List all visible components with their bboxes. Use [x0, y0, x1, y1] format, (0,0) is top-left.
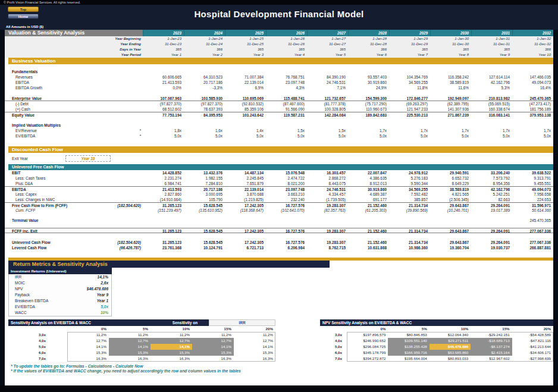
row-label: Levered Cash Flow: [5, 245, 101, 250]
sensitivity-metric-selector[interactable]: IRR: [209, 319, 275, 326]
metric-label: WACC: [9, 310, 73, 316]
cell: [348, 218, 389, 223]
row-label: Plus: D&A: [5, 181, 101, 186]
cell: $12.064.340: [430, 332, 471, 338]
cell: 4.689.387: [348, 192, 389, 197]
cell: $138.255.428: [388, 344, 429, 350]
cell: 0%: [347, 326, 388, 332]
cell: 116.358.242: [430, 74, 471, 80]
cell: 14.428.852: [143, 170, 184, 175]
row-revenues: Revenues 60.606.66564.310.52371.007.3847…: [5, 74, 553, 80]
cell: 19.030.737: [471, 245, 512, 250]
cell: 691.177: [348, 197, 389, 202]
section-header-row: Valuation & Sensitivity Analysis 2023202…: [5, 30, 553, 36]
row-label: Unlevered Cash Flow: [5, 240, 101, 245]
cell: 21.152.460: [348, 203, 389, 208]
cell: 3.663.210: [266, 192, 307, 197]
row-label: EV/EBITDA: [5, 133, 101, 139]
cell: 29.940.591: [430, 170, 471, 175]
cell: 1,7x: [471, 128, 512, 133]
cell: 271.867.239: [430, 112, 471, 117]
cell: 39.638.522: [512, 170, 553, 175]
cell: 192.949.097: [430, 96, 471, 101]
cell: 16,3%: [234, 356, 275, 362]
cell: 1,7x: [389, 128, 430, 133]
metric-label: NPV: [9, 286, 73, 292]
row-label: Days in Year: [5, 47, 143, 52]
cell: 19.017.389: [471, 208, 512, 213]
row-label: 6,0x: [8, 350, 67, 356]
cell: 31-Dec-23: [143, 42, 184, 47]
row-label: (+) Cash: [5, 106, 101, 112]
exit-year-row: Exit Year Year 10: [12, 155, 553, 162]
cell: 2.474.722: [266, 175, 307, 181]
row-fundamentals-title: Fundamentals: [5, 69, 553, 74]
cell: Year 1: [143, 52, 184, 58]
cell: -$8.137.274: [471, 344, 512, 350]
app-window: © Profit Vision Financial Services. All …: [0, 0, 558, 392]
cell: Year 3: [225, 52, 266, 58]
cell: 17.242.305: [225, 203, 266, 208]
exit-year-input[interactable]: Year 10: [65, 155, 111, 162]
cell: 316.083.141: [471, 112, 512, 117]
metric-irr: IRR 14,1%: [9, 274, 111, 280]
cell: 4.386.635: [348, 175, 389, 181]
cell: 11,6%: [430, 85, 471, 90]
cell: 29.643.867: [430, 228, 471, 233]
cell: 9.455.551: [512, 181, 553, 186]
metric-value: 2,6x: [73, 280, 111, 286]
row-multiples-title: Implied Valuation Multiples: [5, 123, 553, 128]
cell: 5%: [388, 326, 429, 332]
row-label: Year Beginning: [5, 36, 143, 42]
sens-left-column-headers: 0%5%10%15%20%: [8, 326, 275, 332]
cell: 42.162.796: [471, 187, 512, 192]
cell: (61.205.303): [348, 208, 389, 213]
cell: 60.606.665: [143, 74, 184, 80]
cell: (151.239.497): [143, 208, 184, 213]
cell: 19.283.307: [307, 240, 348, 245]
row-label: Terminal Value: [5, 218, 101, 223]
metric-label: Breakeven EBITDA: [9, 298, 73, 304]
cell: 31-Dec-27: [307, 42, 348, 47]
metric-value: 10%: [73, 310, 111, 316]
cell: 19.283.307: [307, 228, 348, 233]
cell: 12,7%: [151, 338, 192, 344]
group-title: Fundamentals: [5, 69, 101, 74]
cell: 7.592.482: [389, 192, 430, 197]
cell: (87.467.600): [266, 101, 307, 106]
cell: $12.967.602: [471, 356, 512, 362]
cell: 1-Jan-32: [512, 36, 553, 42]
row-label: 7,0x: [320, 356, 347, 362]
cell: 366: [348, 47, 389, 52]
cell: 24.978.912: [389, 170, 430, 175]
cell: 14,1%: [151, 344, 192, 350]
cell: 110.960.673: [348, 106, 389, 112]
cell: 5,0x: [184, 133, 225, 139]
metric-value: Year 1: [73, 298, 111, 304]
sens-row-6x: 6,0x 15,3%15,3%15,3%15,3%15,3%: [8, 350, 275, 356]
cell: 2028: [348, 30, 389, 36]
cell: 107.067.963: [143, 96, 184, 101]
cell: 7.284.810: [184, 181, 225, 186]
cell: 14,1%: [67, 344, 109, 350]
cell: 7.958.658: [512, 192, 553, 197]
exit-year-label: Exit Year: [12, 156, 65, 161]
cell: 2025: [225, 30, 266, 36]
cell: 6.206.984: [266, 245, 307, 250]
metric-value: 14,1%: [73, 274, 111, 280]
row-d-and-a: Plus: D&A 6.984.7417.284.8107.651.8798.0…: [5, 181, 553, 186]
cell: 5,0x: [225, 133, 266, 139]
cell: $166.959.716: [388, 350, 429, 356]
page-title: Hospital Development Financial Model: [0, 9, 558, 19]
cell: 12,7%: [109, 338, 151, 344]
row-label: 4,0x: [320, 338, 347, 344]
cell: 154.599.300: [348, 96, 389, 101]
cell: 15,3%: [151, 350, 192, 356]
row-label: (-) Debt: [5, 101, 101, 106]
cell: 84.395.953: [184, 112, 225, 117]
cell: 365: [143, 47, 184, 52]
cell: 7.573.792: [471, 175, 512, 181]
cell: $80.893.033: [430, 356, 471, 362]
row-enterprise-value: Enterprise Value 107.067.963103.585.9301…: [5, 96, 553, 101]
cell: 5,0x: [307, 133, 348, 139]
